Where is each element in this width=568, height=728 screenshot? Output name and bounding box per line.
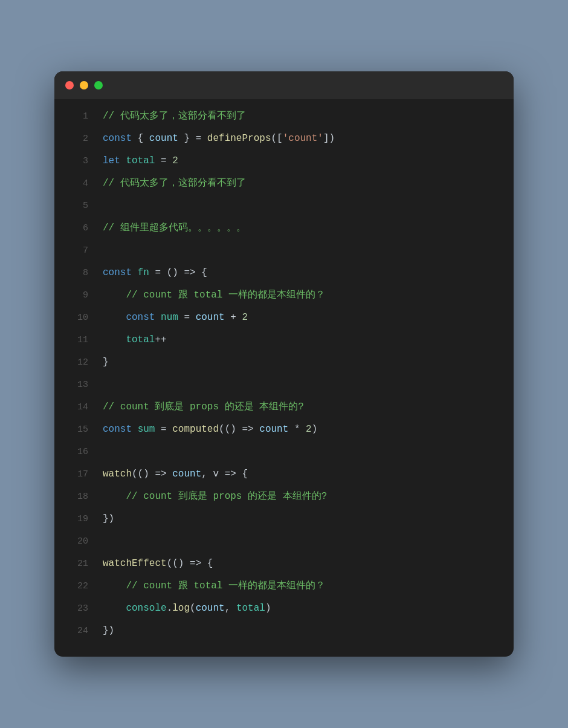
code-token: }) (103, 625, 114, 636)
code-token: console (126, 603, 166, 614)
code-token: computed (172, 424, 219, 435)
code-token: defineProps (207, 133, 271, 144)
table-row: 11 total++ (54, 329, 514, 351)
code-line (103, 374, 109, 395)
code-token: watch (103, 469, 132, 479)
code-token: = (178, 312, 196, 323)
line-number: 3 (69, 151, 88, 172)
code-token: ( (190, 603, 196, 614)
table-row: 23 console.log(count, total) (54, 597, 514, 620)
line-number: 18 (69, 486, 88, 508)
line-number: 7 (69, 240, 88, 262)
code-line: const { count } = defineProps(['count']) (103, 128, 335, 149)
code-token (155, 312, 161, 323)
line-number: 14 (69, 397, 88, 418)
code-token: watchEffect (103, 558, 167, 569)
table-row: 13 (54, 374, 514, 396)
code-token: 2 (306, 424, 312, 435)
code-line: // count 到底是 props 的还是 本组件的? (103, 486, 327, 507)
code-token (132, 424, 138, 435)
code-line: watch(() => count, v => { (103, 463, 248, 485)
code-token: }) (103, 513, 114, 524)
code-line: const num = count + 2 (103, 307, 248, 328)
line-number: 12 (69, 352, 88, 374)
code-token: const (103, 133, 132, 144)
line-number: 21 (69, 553, 88, 575)
code-token: = (155, 155, 172, 166)
table-row: 24}) (54, 620, 514, 642)
titlebar (54, 71, 514, 99)
line-number: 20 (69, 531, 88, 553)
code-token: // count 到底是 props 的还是 本组件的? (126, 491, 327, 502)
table-row: 16 (54, 441, 514, 463)
code-window: 1// 代码太多了，这部分看不到了2const { count } = defi… (54, 71, 514, 657)
code-token: const (103, 424, 132, 435)
code-token: , v => { (201, 469, 248, 479)
code-token: ([ (271, 133, 282, 144)
table-row: 17watch(() => count, v => { (54, 463, 514, 486)
code-token: count (149, 133, 178, 144)
code-line: watchEffect(() => { (103, 553, 213, 574)
maximize-button[interactable] (94, 81, 103, 89)
code-token: // 代码太多了，这部分看不到了 (103, 111, 246, 122)
code-line (103, 239, 109, 261)
code-token: // 代码太多了，这部分看不到了 (103, 178, 246, 189)
code-token: count (196, 603, 225, 614)
code-token: count (259, 424, 288, 435)
code-token: // 组件里超多代码。。。。。。 (103, 223, 246, 233)
line-number: 13 (69, 374, 88, 396)
code-token: = (155, 424, 172, 435)
code-token: = () => { (149, 267, 207, 278)
minimize-button[interactable] (80, 81, 88, 89)
line-number: 22 (69, 576, 88, 597)
line-number: 10 (69, 307, 88, 329)
line-number: 1 (69, 106, 88, 128)
close-button[interactable] (65, 81, 74, 89)
code-line: // 代码太多了，这部分看不到了 (103, 172, 246, 194)
table-row: 7 (54, 239, 514, 262)
code-token (120, 155, 126, 166)
code-token: sum (138, 424, 155, 435)
code-token: { (132, 133, 149, 144)
table-row: 10 const num = count + 2 (54, 307, 514, 329)
code-token: 'count' (283, 133, 323, 144)
table-row: 9 // count 跟 total 一样的都是本组件的？ (54, 284, 514, 307)
code-token (103, 603, 126, 614)
code-line: } (103, 351, 109, 373)
code-token: } (103, 357, 109, 368)
code-line: const sum = computed(() => count * 2) (103, 418, 317, 440)
table-row: 22 // count 跟 total 一样的都是本组件的？ (54, 575, 514, 597)
table-row: 2const { count } = defineProps(['count']… (54, 128, 514, 150)
table-row: 5 (54, 195, 514, 217)
code-line (103, 441, 109, 463)
code-token: // count 跟 total 一样的都是本组件的？ (126, 290, 325, 301)
code-token (103, 290, 126, 301)
code-token: let (103, 155, 120, 166)
code-line: // count 跟 total 一样的都是本组件的？ (103, 284, 325, 306)
table-row: 8const fn = () => { (54, 262, 514, 284)
line-number: 17 (69, 464, 88, 486)
table-row: 12} (54, 351, 514, 374)
code-token: fn (138, 267, 149, 278)
table-row: 18 // count 到底是 props 的还是 本组件的? (54, 486, 514, 508)
code-token (103, 491, 126, 502)
code-token: * (288, 424, 306, 435)
code-line: // count 跟 total 一样的都是本组件的？ (103, 575, 325, 597)
code-token: const (103, 267, 132, 278)
table-row: 1// 代码太多了，这部分看不到了 (54, 105, 514, 128)
code-token: ) (312, 424, 318, 435)
code-area: 1// 代码太多了，这部分看不到了2const { count } = defi… (54, 99, 514, 657)
code-token: => { (184, 558, 213, 569)
code-token: , (225, 603, 236, 614)
table-row: 19}) (54, 508, 514, 530)
code-line (103, 195, 109, 216)
code-token (103, 580, 126, 591)
code-token: . (167, 603, 173, 614)
table-row: 14// count 到底是 props 的还是 本组件的? (54, 396, 514, 418)
code-line: }) (103, 620, 114, 642)
code-token: } = (178, 133, 207, 144)
code-token: total (126, 155, 155, 166)
line-number: 6 (69, 218, 88, 239)
code-line: }) (103, 508, 114, 530)
code-token: => (236, 424, 259, 435)
